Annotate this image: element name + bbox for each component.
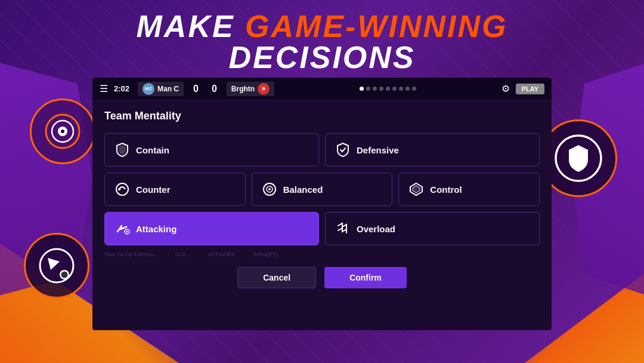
title-make: MAKE	[137, 9, 246, 44]
dot-8	[405, 87, 410, 91]
icon-circle-target	[30, 99, 95, 164]
icon-circle-pass	[24, 233, 89, 299]
score-away: 0	[208, 84, 221, 94]
stat-coop: Your Co-Op Commu...	[104, 251, 157, 257]
menu-icon[interactable]: ☰	[100, 83, 108, 94]
stat-clearances: CLE...	[175, 251, 190, 257]
title-line1: MAKE GAME-WINNING	[0, 11, 644, 42]
contain-label: Contain	[136, 145, 169, 155]
play-button[interactable]: PLAY	[516, 84, 544, 94]
defensive-button[interactable]: Defensive	[325, 133, 540, 167]
dot-2	[366, 87, 370, 91]
score-home: 0	[190, 84, 202, 94]
balanced-button[interactable]: Balanced	[252, 173, 393, 206]
panel-title: Team Mentality	[104, 110, 540, 122]
row-counter-balanced-control: Counter Balanced Control	[104, 173, 540, 206]
team-home-name: Man C	[157, 85, 179, 93]
control-button[interactable]: Control	[398, 173, 540, 206]
control-label: Control	[430, 184, 462, 195]
action-row: Cancel Confirm	[92, 261, 552, 297]
dot-9	[412, 87, 416, 91]
defensive-label: Defensive	[357, 145, 399, 155]
contain-button[interactable]: Contain	[104, 133, 319, 167]
counter-button[interactable]: Counter	[104, 173, 246, 206]
stats-row: Your Co-Op Commu... CLE... OFFSIDES TARG…	[104, 251, 540, 257]
cancel-button[interactable]: Cancel	[237, 267, 316, 288]
balanced-label: Balanced	[283, 184, 323, 195]
dot-4	[379, 87, 383, 91]
row-attacking-overload: Attacking Overload	[104, 212, 540, 245]
dot-1	[360, 87, 364, 91]
title-highlight: GAME-WINNING	[245, 9, 507, 44]
svg-point-13	[126, 231, 128, 233]
attacking-button[interactable]: Attacking	[104, 212, 319, 245]
svg-point-4	[40, 249, 73, 282]
match-time: 2:02	[114, 84, 132, 93]
dot-7	[399, 87, 403, 91]
title-line2: DECISIONS	[0, 42, 644, 73]
panel-body: Team Mentality Contain Defensive	[92, 100, 552, 297]
svg-point-8	[118, 188, 120, 190]
settings-icon[interactable]: ⚙	[501, 83, 510, 94]
confirm-button[interactable]: Confirm	[324, 267, 407, 288]
header-title: MAKE GAME-WINNING DECISIONS	[0, 11, 644, 73]
team-home-logo: MC	[143, 83, 154, 95]
game-panel: ☰ 2:02 MC Man C 0 0 Brghtn B ⚙ PLAY Team…	[92, 78, 552, 330]
progress-dots	[280, 87, 496, 91]
dot-3	[373, 87, 377, 91]
stat-offsides: OFFSIDES	[208, 251, 235, 257]
attacking-label: Attacking	[136, 224, 177, 234]
stat-tackles: TARG(ET)	[253, 251, 278, 257]
svg-point-3	[61, 130, 64, 133]
svg-point-11	[268, 188, 271, 190]
overload-button[interactable]: Overload	[325, 212, 540, 245]
overload-label: Overload	[357, 224, 395, 234]
top-bar: ☰ 2:02 MC Man C 0 0 Brghtn B ⚙ PLAY	[92, 78, 552, 100]
dot-5	[386, 87, 390, 91]
team-away-name: Brghtn	[231, 85, 255, 93]
dot-6	[392, 87, 397, 91]
team-away-logo: B	[258, 83, 270, 95]
team-home-badge: MC Man C	[138, 82, 184, 96]
row-contain-defensive: Contain Defensive	[104, 133, 540, 167]
counter-label: Counter	[136, 184, 171, 195]
team-away-badge: Brghtn B	[227, 82, 274, 96]
